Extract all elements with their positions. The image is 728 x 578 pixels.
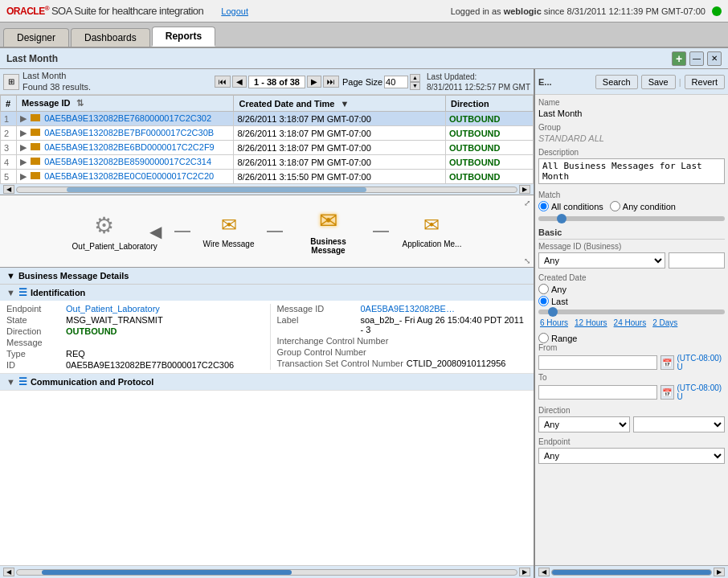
row-expand-icon[interactable]: ▶ [20, 157, 27, 166]
identification-header[interactable]: ▼ ☰ Identification [0, 285, 534, 301]
row-expand-icon[interactable]: ▶ [20, 171, 27, 181]
any-condition-radio[interactable]: Any condition [610, 201, 676, 211]
page-size-input[interactable] [384, 76, 408, 88]
page-size-down-button[interactable]: ▼ [410, 82, 420, 90]
col-date[interactable]: Created Date and Time ▼ [234, 96, 445, 112]
all-conditions-radio[interactable]: All conditions [538, 201, 603, 211]
all-conditions-input[interactable] [538, 201, 549, 211]
last-page-button[interactable]: ⏭ [323, 76, 339, 88]
flow-item-business[interactable]: ✉ Business Message [296, 207, 360, 255]
6-hours-option[interactable]: 6 Hours [538, 318, 570, 328]
row-expand-icon[interactable]: ▶ [20, 142, 27, 152]
last-date-radio[interactable]: Last [538, 296, 568, 306]
arrow-left-icon: ◀ [149, 222, 162, 241]
scroll-right-button[interactable]: ▶ [519, 185, 530, 194]
time-slider-thumb[interactable] [548, 307, 558, 317]
sort-desc-icon[interactable]: ▼ [341, 99, 350, 109]
12-hours-option[interactable]: 12 Hours [573, 318, 609, 328]
scroll-left-button[interactable]: ◀ [3, 185, 14, 194]
details-scroll-left[interactable]: ◀ [3, 568, 14, 576]
search-button[interactable]: Search [595, 75, 638, 89]
any-date-input[interactable] [538, 284, 549, 294]
table-row[interactable]: 2 ▶ 0AE5BA9E132082BE7BF0000017C2C30B 8/2… [1, 126, 534, 141]
row-message-id[interactable]: ▶ 0AE5BA9E132082BE0C0E0000017C2C20 [17, 170, 234, 184]
table-row[interactable]: 1 ▶ 0AE5BA9E132082BE7680000017C2C302 8/2… [1, 112, 534, 126]
add-panel-button[interactable]: + [672, 51, 686, 66]
description-input[interactable]: All Business Messages for Last Month [538, 158, 725, 184]
filter-toolbar: E... Search Save | Revert [535, 69, 728, 95]
direction-select2[interactable] [633, 416, 725, 432]
range-radio[interactable]: Range [538, 333, 725, 343]
msg-type-icon [31, 114, 40, 121]
save-button[interactable]: Save [641, 75, 676, 89]
any-condition-input[interactable] [610, 201, 620, 211]
range-input[interactable] [538, 333, 549, 343]
row-id-value[interactable]: 0AE5BA9E132082BE0C0E0000017C2C20 [44, 171, 214, 181]
table-row[interactable]: 4 ▶ 0AE5BA9E132082BE8590000017C2C314 8/2… [1, 155, 534, 170]
row-message-id[interactable]: ▶ 0AE5BA9E132082BE6BD0000017C2C2F9 [17, 141, 234, 155]
time-slider-track[interactable] [538, 309, 725, 314]
prev-page-button[interactable]: ◀ [232, 76, 247, 88]
msg-id-filter-field: Message ID (Business) Any [538, 242, 725, 269]
expand-icon[interactable]: ⤢ [524, 199, 530, 207]
last-date-input[interactable] [538, 296, 549, 306]
communication-header[interactable]: ▼ ☰ Communication and Protocol [0, 374, 534, 390]
flow-item-wire[interactable]: ✉ Wire Message [203, 214, 255, 248]
comm-toggle-icon[interactable]: ▼ [6, 377, 15, 387]
to-calendar-button[interactable]: 📅 [661, 385, 674, 400]
slider-thumb[interactable] [557, 214, 566, 223]
revert-button[interactable]: Revert [685, 75, 725, 89]
row-direction: OUTBOUND [445, 170, 533, 184]
tab-dashboards[interactable]: Dashboards [71, 28, 150, 47]
row-date: 8/26/2011 3:18:07 PM GMT-07:00 [234, 155, 445, 170]
from-date-input[interactable] [538, 355, 657, 370]
minimize-panel-button[interactable]: — [689, 51, 704, 66]
sort-icon[interactable]: ⇅ [76, 98, 84, 108]
flow-diagram: ⚙ Out_Patient_Laboratory ◀ ✉ Wire Messag… [0, 195, 534, 268]
last-date-label: Last [551, 297, 568, 306]
tab-designer[interactable]: Designer [3, 28, 69, 47]
msg-id-value[interactable]: 0AE5BA9E132082BE76800000 17C2... [361, 304, 457, 314]
tab-reports[interactable]: Reports [152, 27, 215, 47]
resize-icon[interactable]: ⤡ [524, 256, 530, 265]
direction-select[interactable]: Any [538, 416, 630, 432]
table-row[interactable]: 5 ▶ 0AE5BA9E132082BE0C0E0000017C2C20 8/2… [1, 170, 534, 184]
logout-link[interactable]: Logout [221, 6, 248, 16]
from-calendar-button[interactable]: 📅 [661, 355, 674, 370]
row-id-value[interactable]: 0AE5BA9E132082BE7680000017C2C302 [44, 113, 211, 123]
row-id-value[interactable]: 0AE5BA9E132082BE6BD0000017C2C2F9 [44, 142, 215, 152]
row-message-id[interactable]: ▶ 0AE5BA9E132082BE7BF0000017C2C30B [17, 126, 234, 141]
right-scroll-left[interactable]: ◀ [538, 568, 550, 576]
col-message-id[interactable]: Message ID ⇅ [17, 96, 234, 112]
endpoint-select[interactable]: Any [538, 448, 725, 464]
table-row[interactable]: 3 ▶ 0AE5BA9E132082BE6BD0000017C2C2F9 8/2… [1, 141, 534, 155]
flow-item-out-patient[interactable]: ⚙ Out_Patient_Laboratory [72, 212, 137, 251]
row-id-value[interactable]: 0AE5BA9E132082BE8590000017C2C314 [44, 157, 211, 166]
right-scroll-right[interactable]: ▶ [714, 568, 725, 576]
grid-icon[interactable]: ⊞ [3, 74, 19, 90]
msg-id-select[interactable]: Any [538, 252, 665, 269]
slider-track[interactable] [538, 216, 725, 221]
next-page-button[interactable]: ▶ [307, 76, 321, 88]
row-expand-icon[interactable]: ▶ [20, 128, 27, 137]
id-label: ID [6, 360, 63, 370]
flow-item-app[interactable]: ✉ Application Me... [402, 214, 461, 248]
section-toggle-icon[interactable]: ▼ [6, 288, 15, 297]
date-radio-group: Any [538, 284, 725, 294]
2-days-option[interactable]: 2 Days [651, 318, 679, 328]
close-panel-button[interactable]: ✕ [707, 51, 722, 66]
message-label: Message [6, 338, 63, 347]
page-size-up-button[interactable]: ▲ [410, 74, 420, 82]
24-hours-option[interactable]: 24 Hours [612, 318, 648, 328]
msg-id-text-input[interactable] [669, 252, 725, 269]
row-id-value[interactable]: 0AE5BA9E132082BE7BF0000017C2C30B [44, 128, 214, 137]
details-toggle-icon[interactable]: ▼ [6, 271, 15, 281]
any-date-radio[interactable]: Any [538, 284, 566, 294]
first-page-button[interactable]: ⏮ [215, 76, 231, 88]
endpoint-value[interactable]: Out_Patient_Laboratory [66, 304, 160, 314]
row-message-id[interactable]: ▶ 0AE5BA9E132082BE8590000017C2C314 [17, 155, 234, 170]
details-scroll-right[interactable]: ▶ [519, 568, 530, 576]
to-date-input[interactable] [538, 385, 657, 400]
row-message-id[interactable]: ▶ 0AE5BA9E132082BE7680000017C2C302 [17, 112, 234, 126]
row-expand-icon[interactable]: ▶ [20, 113, 27, 123]
